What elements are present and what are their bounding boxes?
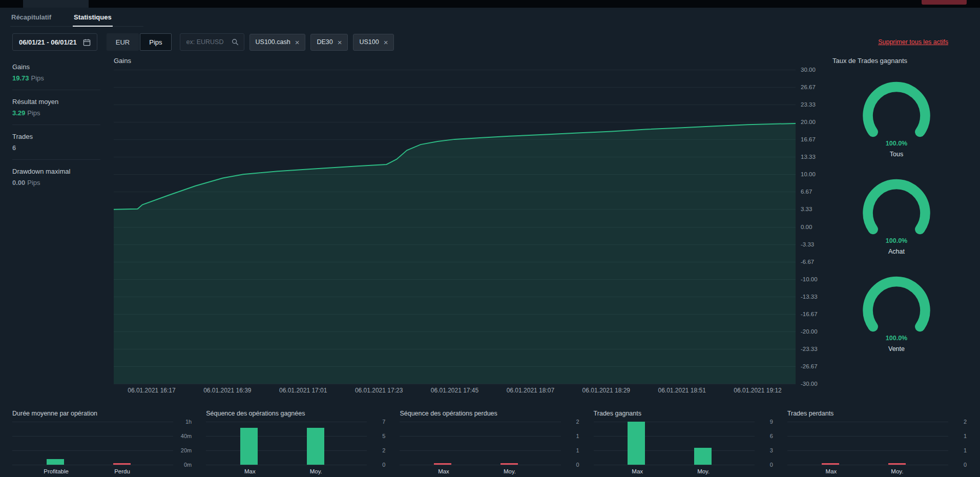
bar-moy: [501, 463, 518, 465]
gains-xtick: 06.01.2021 19:12: [720, 387, 796, 394]
chip-remove-icon[interactable]: ×: [295, 38, 300, 46]
asset-chip-us100cash[interactable]: US100.cash ×: [249, 34, 306, 51]
stat-label: Gains: [12, 63, 100, 71]
mini-ytick: 2: [576, 419, 579, 425]
mini-chart-title: Durée moyenne par opération: [12, 410, 193, 417]
mini-chart-win-streak[interactable]: Séquence des opérations gagnées 7520 Max…: [206, 410, 386, 474]
asset-chip-label: US100.cash: [256, 38, 290, 46]
mini-ytick: 3: [770, 447, 773, 453]
gains-chart-title: Gains: [114, 57, 825, 65]
gauge-vente: 100.0% Vente: [853, 272, 940, 352]
divider: [12, 90, 100, 90]
gauge-arc-icon: [853, 174, 940, 237]
gains-ytick: 23.33: [801, 101, 816, 108]
mini-ytick: 1h: [185, 419, 192, 425]
mini-category-label: Moy.: [864, 468, 930, 474]
stat-value: 6: [12, 144, 16, 152]
mini-ytick: 2: [382, 447, 385, 453]
bar-perdu: [113, 463, 131, 465]
mini-chart-winning-trades[interactable]: Trades gagnants 9630 MaxMoy.: [594, 410, 774, 474]
mini-ytick: 0: [964, 462, 967, 468]
gains-xtick: 06.01.2021 17:45: [417, 387, 493, 394]
window-tab[interactable]: [23, 0, 89, 8]
win-rate-panel: Taux de Trades gagnants 100.0% Tous 100.…: [825, 56, 968, 397]
gains-y-axis: 30.0026.6723.3320.0016.6713.3310.006.673…: [796, 70, 825, 384]
mini-chart-losing-trades[interactable]: Trades perdants 2110 MaxMoy.: [787, 410, 968, 474]
mini-ytick: 7: [382, 419, 385, 425]
gains-xtick: 06.01.2021 18:29: [568, 387, 644, 394]
stat-trades: Trades 6: [12, 133, 100, 152]
date-range-picker[interactable]: 06/01/21 - 06/01/21: [12, 33, 97, 51]
gains-ytick: -13.33: [801, 294, 818, 300]
asset-chip-de30[interactable]: DE30 ×: [310, 34, 348, 51]
gains-ytick: -23.33: [801, 346, 818, 352]
mini-category-label: Moy.: [671, 468, 737, 474]
mini-chart-title: Séquence des opérations gagnées: [206, 410, 386, 417]
gauge-tous: 100.0% Tous: [853, 77, 940, 158]
statistics-page: Récapitulatif Statistiques 06/01/21 - 06…: [0, 0, 980, 477]
mini-chart-loss-streak[interactable]: Séquence des opérations perdues 2110 Max…: [400, 410, 580, 474]
mini-ytick: 1: [576, 447, 579, 453]
gains-xtick: 06.01.2021 16:39: [190, 387, 265, 394]
mini-ytick: 20m: [181, 447, 192, 453]
mini-ytick: 0: [382, 462, 385, 468]
mini-category-label: Max: [411, 468, 477, 474]
gains-ytick: 26.67: [801, 84, 816, 90]
chip-remove-icon[interactable]: ×: [338, 38, 342, 46]
mini-category-label: Max: [217, 468, 283, 474]
chip-remove-icon[interactable]: ×: [384, 38, 388, 46]
display-mode-toggle: EUR Pips: [107, 33, 172, 51]
bar-moy: [694, 448, 712, 465]
gains-chart-plot[interactable]: [114, 70, 796, 384]
mini-ytick: 1: [964, 433, 967, 439]
mini-category-label: Moy.: [283, 468, 349, 474]
gains-ytick: 13.33: [801, 154, 816, 160]
gauge-achat: 100.0% Achat: [853, 174, 940, 255]
asset-chip-label: DE30: [317, 38, 332, 46]
gridline: [400, 465, 560, 465]
gains-ytick: -20.00: [801, 328, 818, 335]
unit-toggle-pips[interactable]: Pips: [140, 33, 171, 51]
stat-drawdown: Drawdown maximal 0.00Pips: [12, 168, 100, 186]
stat-label: Drawdown maximal: [12, 168, 100, 175]
mini-ytick: 1: [576, 433, 579, 439]
tab-statistiques[interactable]: Statistiques: [73, 12, 113, 27]
date-range-value: 06/01/21 - 06/01/21: [19, 38, 77, 46]
gains-ytick: 0.00: [801, 224, 812, 230]
gauge-value: 100.0%: [886, 335, 907, 342]
stat-gains: Gains 19.73Pips: [12, 63, 100, 82]
gains-ytick: 30.00: [801, 67, 816, 73]
stat-resultat-moyen: Résultat moyen 3.29Pips: [12, 98, 100, 117]
mini-chart-duration[interactable]: Durée moyenne par opération 1h40m20m0m P…: [12, 410, 193, 474]
gains-area-series: [114, 70, 796, 384]
mini-category-label: Perdu: [89, 468, 155, 474]
page-tabs: Récapitulatif Statistiques: [10, 12, 143, 27]
gains-ytick: -6.67: [801, 259, 814, 265]
remove-all-assets-link[interactable]: Supprimer tous les actifs: [878, 38, 948, 46]
mini-ytick: 1: [964, 447, 967, 453]
stat-value: 3.29: [12, 109, 25, 117]
asset-chip-us100[interactable]: US100 ×: [353, 34, 394, 51]
gains-area: [114, 123, 796, 384]
window-top-bar: [0, 0, 980, 8]
mini-ytick: 2: [964, 419, 967, 425]
symbol-search: [180, 33, 244, 51]
mini-ytick: 40m: [181, 433, 192, 439]
mini-category-label: Profitable: [23, 468, 89, 474]
bar-profitable: [47, 459, 64, 465]
gains-ytick: 10.00: [801, 171, 816, 177]
gauge-arc-icon: [853, 272, 940, 335]
main-content: Gains 19.73Pips Résultat moyen 3.29Pips …: [0, 51, 980, 397]
search-input[interactable]: [185, 38, 228, 46]
tab-recapitulatif[interactable]: Récapitulatif: [10, 12, 52, 26]
gauge-label: Tous: [890, 151, 903, 158]
gridline: [206, 465, 367, 465]
currency-toggle-eur[interactable]: EUR: [107, 33, 139, 51]
gains-ytick: -10.00: [801, 276, 818, 282]
top-right-button-partial[interactable]: [922, 0, 967, 5]
mini-category-label: Moy.: [476, 468, 543, 474]
asset-chip-label: US100: [359, 38, 379, 46]
win-rate-title: Taux de Trades gagnants: [832, 57, 907, 65]
divider: [12, 159, 100, 160]
gains-xtick: 06.01.2021 16:17: [114, 387, 190, 394]
